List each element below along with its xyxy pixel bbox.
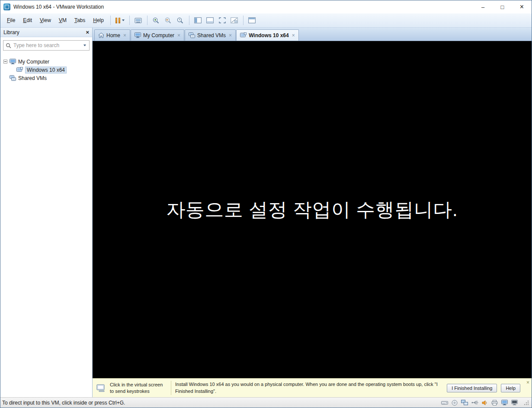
install-notification-bar: Click in the virtual screen to send keys…: [93, 378, 532, 397]
sound-card-icon[interactable]: [482, 400, 488, 405]
device-status-icons: [441, 399, 531, 406]
menu-view[interactable]: View: [36, 15, 55, 26]
show-library-button[interactable]: [192, 15, 204, 26]
network-adapter-icon[interactable]: [461, 400, 468, 405]
help-button[interactable]: Help: [501, 384, 520, 392]
install-instructions-text: Install Windows 10 x64 as you would on a…: [175, 381, 443, 395]
console-icon[interactable]: [511, 400, 518, 405]
pause-vm-button[interactable]: [114, 15, 126, 26]
tree-item-my-computer[interactable]: My Computer: [3, 57, 90, 66]
home-icon: [98, 32, 104, 38]
window-title: Windows 10 x64 - VMware Workstation: [13, 4, 104, 10]
hard-disk-icon[interactable]: [441, 400, 448, 405]
menu-help[interactable]: Help: [89, 15, 108, 26]
close-button[interactable]: ×: [512, 0, 532, 13]
main-body: Library × My Computer Windows 10 x64: [0, 28, 532, 397]
cd-dvd-icon[interactable]: [452, 400, 458, 406]
virtual-machine-icon: [240, 32, 247, 38]
summary-view-button[interactable]: [205, 15, 216, 26]
send-ctrl-alt-del-button[interactable]: [133, 15, 144, 26]
toolbar-separator: [110, 16, 111, 25]
search-dropdown-button[interactable]: [83, 45, 87, 46]
collapse-expander-icon[interactable]: [3, 60, 7, 64]
tab-shared-vms[interactable]: Shared VMs ×: [185, 29, 236, 41]
toolbar-separator: [147, 16, 147, 25]
toolbar-separator: [243, 16, 244, 25]
tab-windows-10-x64[interactable]: Windows 10 x64 ×: [236, 29, 299, 41]
tab-label: Home: [106, 32, 120, 38]
tab-label: Shared VMs: [197, 32, 226, 38]
tab-close-button[interactable]: ×: [123, 33, 126, 38]
fullscreen-brackets-icon: [219, 17, 226, 23]
console-view-icon: [248, 17, 256, 23]
tree-label-shared-vms: Shared VMs: [18, 75, 47, 81]
menu-vm[interactable]: VM: [55, 15, 71, 26]
library-title: Library: [3, 29, 19, 35]
shared-vms-icon: [10, 75, 16, 81]
library-tree: My Computer Windows 10 x64 Shared VMs: [0, 52, 92, 84]
tree-label-my-computer: My Computer: [18, 59, 49, 65]
notification-close-button[interactable]: ×: [526, 380, 529, 385]
tree-item-windows-10-x64[interactable]: Windows 10 x64: [3, 66, 90, 74]
tab-home[interactable]: Home ×: [94, 29, 130, 41]
snapshot-manager-button[interactable]: [175, 15, 186, 26]
tree-label-windows-10-x64: Windows 10 x64: [25, 67, 67, 73]
tab-close-button[interactable]: ×: [292, 33, 295, 38]
summary-view-icon: [206, 17, 214, 23]
menu-edit[interactable]: Edit: [19, 15, 36, 26]
notification-divider: [171, 381, 171, 395]
resize-grip[interactable]: [523, 399, 529, 406]
minimize-button[interactable]: –: [473, 0, 493, 13]
tab-label: Windows 10 x64: [249, 32, 289, 38]
library-search: [3, 40, 90, 51]
virtual-screen-icon: [96, 384, 106, 392]
toolbar-separator: [129, 16, 130, 25]
power-dropdown-icon: [122, 19, 125, 21]
shared-vms-icon: [189, 32, 195, 38]
finished-installing-button[interactable]: I Finished Installing: [447, 384, 497, 392]
search-input[interactable]: [13, 42, 80, 48]
take-snapshot-button[interactable]: [151, 15, 162, 26]
library-panel: Library × My Computer Windows 10 x64: [0, 28, 93, 397]
keyboard-screen-icon: [135, 17, 142, 24]
toolbar-separator: [189, 16, 189, 25]
library-panel-icon: [194, 17, 202, 23]
printer-icon[interactable]: [491, 400, 498, 405]
computer-icon: [10, 59, 16, 64]
menu-toolbar: File Edit View VM Tabs Help: [0, 13, 532, 28]
pause-icon: [115, 18, 120, 23]
snapshot-clock-icon: [176, 17, 184, 24]
display-icon[interactable]: [501, 400, 508, 405]
menu-file[interactable]: File: [3, 15, 19, 26]
keystroke-hint-text: Click in the virtual screen to send keys…: [110, 382, 167, 395]
unity-mode-button[interactable]: [229, 15, 240, 26]
window-controls: – □ ×: [473, 0, 532, 13]
console-view-button[interactable]: [247, 15, 258, 26]
menu-tabs[interactable]: Tabs: [71, 15, 89, 26]
revert-snapshot-button[interactable]: [163, 15, 174, 26]
vmware-workstation-window: Windows 10 x64 - VMware Workstation – □ …: [0, 0, 532, 408]
fullscreen-button[interactable]: [217, 15, 228, 26]
tab-label: My Computer: [143, 32, 174, 38]
maximize-button[interactable]: □: [493, 0, 512, 13]
snapshot-plus-icon: [152, 17, 160, 24]
tree-item-shared-vms[interactable]: Shared VMs: [3, 74, 90, 82]
tab-close-button[interactable]: ×: [229, 33, 232, 38]
library-close-button[interactable]: ×: [86, 29, 89, 35]
usb-controller-icon[interactable]: [471, 400, 478, 405]
chevron-down-icon: [83, 45, 86, 46]
snapshot-revert-icon: [164, 17, 172, 24]
library-header: Library ×: [0, 28, 92, 37]
vmware-app-icon: [3, 3, 10, 10]
vm-console-screen[interactable]: 자동으로 설정 작업이 수행됩니다.: [93, 41, 532, 378]
search-icon: [6, 43, 11, 48]
tab-my-computer[interactable]: My Computer ×: [131, 29, 184, 41]
tab-close-button[interactable]: ×: [177, 33, 180, 38]
vm-setup-message: 자동으로 설정 작업이 수행됩니다.: [167, 197, 458, 223]
status-message: To direct input to this VM, click inside…: [2, 400, 125, 406]
title-bar: Windows 10 x64 - VMware Workstation – □ …: [0, 0, 532, 13]
virtual-machine-icon: [16, 67, 23, 73]
tab-bar: Home × My Computer × Shared VMs × Window…: [93, 28, 532, 41]
content-area: Home × My Computer × Shared VMs × Window…: [93, 28, 532, 397]
unity-mode-icon: [231, 17, 238, 23]
